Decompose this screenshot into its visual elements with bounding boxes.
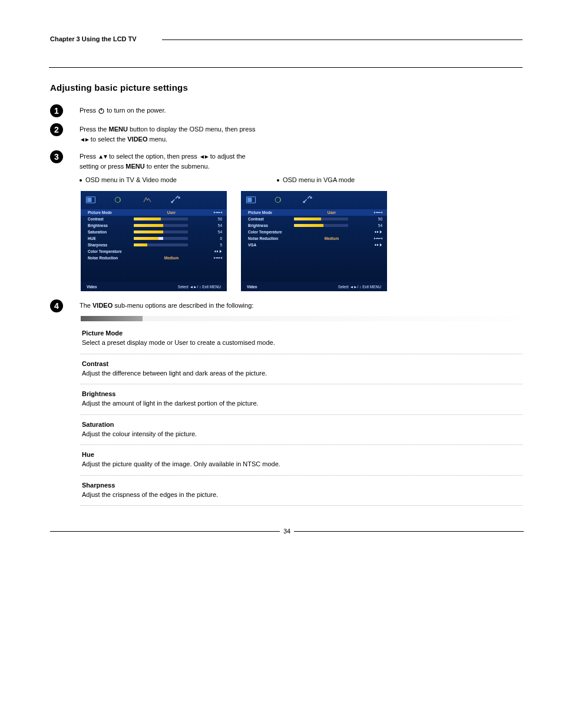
osd-row: Noise ReductionMedium (88, 255, 222, 261)
osd-tab-audio-icon (273, 195, 286, 205)
svg-rect-16 (376, 212, 381, 213)
osd-tab-video-icon (84, 195, 97, 205)
osd-screenshot-right: Picture ModeUserContrast50Brightness54Co… (241, 191, 387, 291)
s2l1a: Press the (80, 126, 109, 133)
step-number-1: 1 (50, 104, 63, 117)
option-row: SaturationAdjust the colour intensity of… (81, 421, 523, 439)
option-desc: Adjust the colour intensity of the pictu… (82, 429, 521, 439)
row-divider (81, 414, 523, 415)
table-header-bar (81, 316, 523, 321)
s3l2a: setting or press (80, 163, 125, 170)
osd-row: Color Temperature (88, 248, 222, 255)
osd-footer-title: Video (247, 285, 257, 289)
s3l1b: to select the option, then press (109, 153, 199, 160)
osd-row: Picture ModeUser (81, 209, 227, 216)
header-rule (162, 39, 523, 40)
top-rule (49, 67, 523, 68)
svg-rect-15 (310, 197, 312, 199)
svg-rect-3 (87, 197, 92, 202)
page-footer: 34 (50, 528, 524, 535)
osd-tab-setup-icon (169, 195, 182, 205)
svg-rect-5 (171, 201, 173, 203)
s2-menu: MENU (109, 126, 128, 133)
osd-tab-channel-icon (141, 195, 154, 205)
osd-row: Sharpness5 (88, 242, 222, 248)
option-name: Saturation (82, 421, 521, 428)
option-row: ContrastAdjust the difference between li… (81, 360, 523, 378)
option-row: SharpnessAdjust the crispness of the edg… (81, 482, 523, 500)
osd-footer-hint: Select ◄►/ ↕ Exit MENU (178, 285, 221, 289)
page-number: 34 (280, 528, 294, 535)
svg-rect-12 (247, 197, 252, 202)
s2l1c: button to display the OSD menu, then pre… (130, 126, 255, 133)
step1-post: to turn on the power. (107, 107, 166, 114)
step-number-3: 3 (50, 150, 63, 163)
s3l2c: to enter the submenu. (147, 163, 210, 170)
option-row: HueAdjust the picture quality of the ima… (81, 451, 523, 469)
s3l1a: Press (80, 153, 98, 160)
step-2-body: Press the MENU button to display the OSD… (80, 123, 512, 144)
osd-row: Color Temperature (248, 229, 382, 235)
step-number-4: 4 (50, 299, 63, 312)
option-desc: Select a preset display mode or User to … (82, 338, 521, 348)
s4-post: sub-menu options are described in the fo… (114, 302, 253, 309)
svg-rect-6 (178, 197, 180, 199)
power-icon (98, 107, 105, 114)
option-desc: Adjust the amount of light in the darkes… (82, 398, 521, 409)
osd-screenshot-left: Picture ModeUserContrast50Brightness54Sa… (81, 191, 227, 291)
bullet-vga: OSD menu in VGA mode (277, 175, 355, 185)
osd-tab-setup-icon (301, 195, 314, 205)
bullet-tv-video: OSD menu in TV & Video mode (80, 175, 177, 185)
step-4-body: The VIDEO sub-menu options are described… (80, 299, 512, 311)
osd-row: Contrast50 (88, 216, 222, 222)
option-desc: Adjust the crispness of the edges in the… (82, 490, 521, 500)
svg-rect-7 (216, 212, 220, 213)
osd-row: VGA (248, 242, 382, 248)
s3l1c: to adjust the (210, 153, 246, 160)
osd-footer-title: Video (87, 285, 97, 289)
osd-row: Noise ReductionMedium (248, 235, 382, 242)
left-right-arrows-icon: ◄► (199, 153, 209, 160)
osd-row: Contrast50 (248, 216, 382, 222)
row-divider (81, 384, 523, 384)
option-row: Picture ModeSelect a preset display mode… (81, 330, 523, 348)
row-divider (81, 444, 523, 445)
svg-rect-21 (377, 244, 378, 246)
osd-row: Saturation54 (88, 229, 222, 235)
osd-row: Picture ModeUser (241, 209, 387, 216)
s4-video: VIDEO (92, 302, 113, 309)
svg-rect-9 (217, 251, 218, 252)
option-name: Contrast (82, 360, 521, 367)
osd-row: HUE0 (88, 235, 222, 242)
svg-rect-10 (216, 258, 220, 258)
svg-rect-8 (214, 251, 216, 252)
svg-rect-19 (376, 238, 381, 239)
option-row: BrightnessAdjust the amount of light in … (81, 390, 523, 409)
osd-footer-hint: Select ◄►/ ↕ Exit MENU (338, 285, 381, 289)
chapter-title: Chapter 3 Using the LCD TV (50, 35, 137, 42)
osd-tab-audio-icon (113, 195, 125, 205)
section-title: Adjusting basic picture settings (50, 83, 512, 93)
s4-pre: The (80, 302, 92, 309)
row-divider (81, 505, 523, 506)
step-3-body: Press ▲▼ to select the option, then pres… (80, 150, 512, 185)
s3-menu: MENU (125, 163, 144, 170)
osd-row: Brightness54 (248, 222, 382, 229)
osd-row: Brightness54 (88, 222, 222, 229)
svg-rect-18 (377, 231, 378, 233)
s2l2d: menu. (150, 136, 168, 143)
step1-pre: Press (80, 107, 96, 114)
step-1-body: Press to turn on the power. (80, 104, 512, 116)
option-desc: Adjust the picture quality of the image.… (82, 459, 521, 469)
row-divider (81, 354, 523, 354)
row-divider (81, 475, 523, 476)
option-name: Hue (82, 451, 521, 458)
svg-rect-17 (375, 231, 376, 233)
option-name: Sharpness (82, 482, 521, 489)
left-right-arrows-icon: ◄► (80, 136, 89, 143)
up-down-arrows-icon: ▲▼ (98, 153, 107, 160)
s2l2b: to select the (91, 136, 127, 143)
svg-rect-20 (375, 244, 376, 246)
option-name: Picture Mode (82, 330, 521, 337)
option-name: Brightness (82, 390, 521, 397)
